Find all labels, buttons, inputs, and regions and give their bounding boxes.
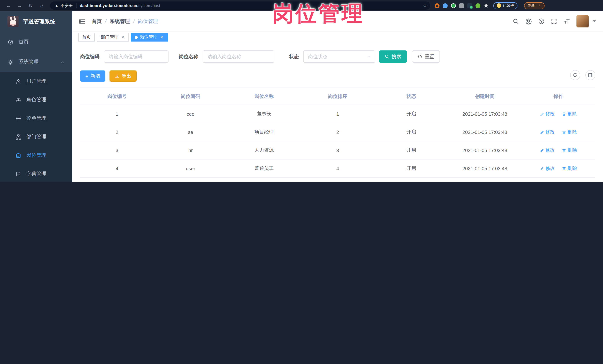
- delete-link[interactable]: 删除: [562, 129, 577, 135]
- browser-update-button[interactable]: 更新 ⋮: [524, 2, 545, 9]
- sidebar-item-label: 系统管理: [19, 59, 39, 65]
- table-header-cell: 状态: [374, 88, 448, 105]
- sidebar-item[interactable]: 系统管理: [0, 52, 72, 72]
- github-icon[interactable]: [525, 18, 532, 25]
- trash-icon: [562, 112, 566, 116]
- extension-icon-2[interactable]: [443, 3, 448, 8]
- delete-link[interactable]: 删除: [562, 147, 577, 153]
- breadcrumb-separator: /: [133, 19, 135, 24]
- app-logo: [7, 16, 19, 27]
- sidebar-item-icon: [16, 153, 21, 158]
- cell-post-name: 普通员工: [227, 159, 301, 177]
- font-size-icon[interactable]: [563, 18, 570, 24]
- breadcrumb-item[interactable]: 系统管理 /: [110, 18, 138, 25]
- edit-link[interactable]: 修改: [540, 111, 555, 117]
- search-button[interactable]: 搜索: [379, 50, 407, 63]
- update-label: 更新: [527, 3, 535, 8]
- active-tab-dot: [135, 36, 138, 39]
- header-actions: [512, 15, 596, 27]
- extension-icon-4[interactable]: [459, 3, 464, 8]
- post-code-input[interactable]: [104, 50, 169, 63]
- url-host: dashboard.yudao.iocoder.cn: [80, 3, 137, 8]
- fullscreen-icon[interactable]: [551, 18, 557, 24]
- trash-icon: [562, 130, 566, 134]
- security-warning-icon: ▲: [55, 3, 59, 8]
- url-path: /system/post: [137, 3, 160, 8]
- sidebar-item-label: 首页: [19, 39, 29, 45]
- plus-icon: +: [85, 73, 88, 79]
- browser-menu-dots-icon[interactable]: ⋮: [537, 3, 541, 8]
- browser-address-bar[interactable]: ▲ 不安全 dashboard.yudao.iocoder.cn/system/…: [50, 1, 430, 10]
- tab-close-icon[interactable]: ×: [120, 35, 125, 40]
- download-icon: [115, 74, 119, 78]
- extension-icon-5[interactable]: [467, 3, 472, 8]
- cell-post-name: 董事长: [227, 105, 301, 123]
- cell-actions: 修改 删除: [522, 105, 595, 123]
- cell-post-name: 项目经理: [227, 123, 301, 141]
- filter-post-name-label: 岗位名称: [179, 53, 198, 60]
- cell-post-sort: 3: [301, 141, 374, 159]
- profile-paused-badge[interactable]: 已暂停: [493, 2, 517, 9]
- sidebar-item[interactable]: 角色管理: [0, 90, 72, 109]
- user-avatar[interactable]: [576, 15, 589, 27]
- browser-home-icon[interactable]: ⌂: [39, 0, 45, 11]
- sidebar-item[interactable]: 菜单管理: [0, 109, 72, 128]
- extension-icon-3[interactable]: [451, 3, 456, 8]
- view-tab[interactable]: 岗位管理 ×: [131, 33, 168, 42]
- sidebar-item-icon: [16, 171, 21, 177]
- sidebar-item[interactable]: 岗位管理: [0, 146, 72, 165]
- extension-icon-1[interactable]: [435, 3, 440, 8]
- sidebar-item-icon: [8, 59, 13, 65]
- help-icon[interactable]: [538, 18, 544, 24]
- search-icon[interactable]: [512, 18, 519, 24]
- status-select[interactable]: 岗位状态: [303, 50, 375, 63]
- refresh-table-button[interactable]: [570, 70, 580, 80]
- security-warning-label: 不安全: [60, 3, 73, 8]
- bookmark-star-icon[interactable]: ☆: [423, 3, 427, 8]
- sidebar-item[interactable]: 部门管理: [0, 128, 72, 146]
- app-logo-row: 芋道管理系统: [0, 11, 72, 32]
- sidebar-item-icon: [16, 134, 21, 140]
- browser-back-icon[interactable]: ←: [5, 0, 12, 11]
- extension-icon-6[interactable]: [475, 3, 480, 8]
- sidebar-item-label: 用户管理: [26, 78, 46, 85]
- cell-post-sort: 2: [301, 123, 374, 141]
- edit-link[interactable]: 修改: [540, 147, 555, 153]
- edit-link[interactable]: 修改: [540, 165, 555, 172]
- sidebar-item[interactable]: 首页: [0, 32, 72, 52]
- delete-link[interactable]: 删除: [562, 165, 577, 172]
- edit-pencil-icon: [540, 166, 544, 170]
- sidebar-item-label: 岗位管理: [26, 152, 46, 159]
- app-main: 首页 / 系统管理 / 岗位管理 /: [72, 11, 603, 182]
- column-settings-button[interactable]: [585, 70, 595, 80]
- hamburger-icon[interactable]: [79, 18, 85, 24]
- view-tab[interactable]: 首页 ×: [78, 33, 95, 42]
- browser-reload-icon[interactable]: ↻: [27, 0, 34, 11]
- breadcrumb-item[interactable]: 首页 /: [92, 18, 110, 25]
- reset-button[interactable]: 重置: [412, 50, 440, 63]
- sidebar-item[interactable]: 字典管理: [0, 165, 72, 182]
- table-row: 4 user 普通员工 4 开启 2021-01-05 17:03:48 修改: [80, 159, 595, 177]
- omnibox-divider: [76, 3, 76, 8]
- breadcrumb-label: 首页: [92, 18, 102, 25]
- post-name-input[interactable]: [203, 50, 274, 63]
- sidebar-item-icon: [16, 116, 21, 121]
- add-button[interactable]: + 新增: [80, 70, 105, 82]
- sidebar-item-icon: [16, 78, 21, 84]
- cell-post-id: 2: [80, 123, 154, 141]
- delete-link[interactable]: 删除: [562, 111, 577, 117]
- sidebar-item[interactable]: 用户管理: [0, 72, 72, 90]
- avatar-caret-down-icon[interactable]: [593, 20, 596, 22]
- edit-link[interactable]: 修改: [540, 129, 555, 135]
- cell-created-time: 2021-01-05 17:03:48: [448, 123, 522, 141]
- search-button-icon: [384, 54, 389, 59]
- breadcrumb-item[interactable]: 岗位管理 /: [138, 18, 158, 25]
- browser-forward-icon[interactable]: →: [16, 0, 23, 11]
- export-button[interactable]: 导出: [109, 70, 136, 82]
- status-select-placeholder: 岗位状态: [308, 53, 327, 60]
- trash-icon: [562, 166, 566, 170]
- puzzle-extension-icon[interactable]: [484, 3, 488, 8]
- tab-close-icon[interactable]: ×: [159, 35, 164, 40]
- view-tab[interactable]: 部门管理 ×: [97, 33, 129, 42]
- table-header-cell: 岗位排序: [301, 88, 374, 105]
